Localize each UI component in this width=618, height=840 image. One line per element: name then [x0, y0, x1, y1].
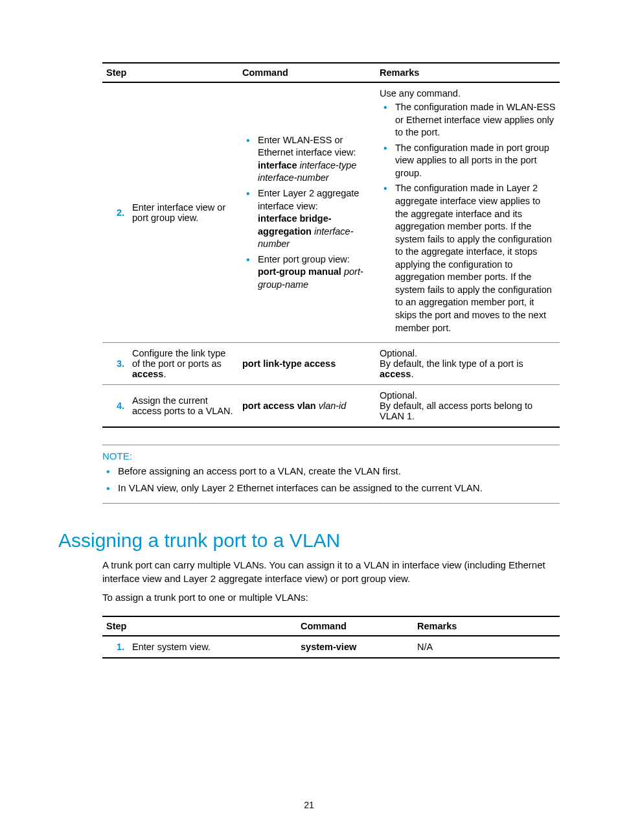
col-header-remarks: Remarks [413, 616, 560, 636]
table-row: 4. Assign the current access ports to a … [102, 385, 560, 428]
step-command: port access vlan vlan-id [238, 385, 376, 428]
note-item: Before assigning an access port to a VLA… [102, 464, 560, 478]
step-command: Enter WLAN-ESS or Ethernet interface vie… [238, 82, 376, 343]
step-number: 3. [102, 343, 128, 385]
step-desc: Configure the link type of the port or p… [128, 343, 238, 385]
col-header-step: Step [102, 63, 238, 82]
col-header-command: Command [238, 63, 376, 82]
step-remarks: N/A [413, 636, 560, 658]
step-number: 2. [102, 82, 128, 343]
command-item: Enter WLAN-ESS or Ethernet interface vie… [242, 134, 372, 185]
procedure-table-2: Step Command Remarks 1. Enter system vie… [102, 616, 560, 659]
step-number: 4. [102, 385, 128, 428]
note-item: In VLAN view, only Layer 2 Ethernet inte… [102, 481, 560, 495]
body-paragraph: A trunk port can carry multiple VLANs. Y… [102, 558, 560, 585]
col-header-command: Command [297, 616, 413, 636]
command-item: Enter Layer 2 aggregate interface view: … [242, 187, 372, 251]
remark-item: The configuration made in Layer 2 aggreg… [380, 182, 556, 334]
section-heading: Assigning a trunk port to a VLAN [58, 530, 560, 552]
table-row: 2. Enter interface view or port group vi… [102, 82, 560, 343]
remark-item: The configuration made in WLAN-ESS or Et… [380, 101, 556, 139]
table-row: 1. Enter system view. system-view N/A [102, 636, 560, 658]
step-desc: Assign the current access ports to a VLA… [128, 385, 238, 428]
remark-item: The configuration made in port group vie… [380, 142, 556, 180]
step-remarks: Optional. By default, the link type of a… [376, 343, 560, 385]
step-command: system-view [297, 636, 413, 658]
note-label: NOTE: [102, 450, 560, 461]
step-number: 1. [102, 636, 128, 658]
col-header-step: Step [102, 616, 297, 636]
step-command: port link-type access [238, 343, 376, 385]
procedure-table-1: Step Command Remarks 2. Enter interface … [102, 62, 560, 428]
col-header-remarks: Remarks [376, 63, 560, 82]
step-desc: Enter interface view or port group view. [128, 82, 238, 343]
command-item: Enter port group view: port-group manual… [242, 253, 372, 292]
note-box: NOTE: Before assigning an access port to… [102, 445, 560, 504]
body-paragraph: To assign a trunk port to one or multipl… [102, 590, 560, 604]
page-number: 21 [0, 800, 618, 810]
step-desc: Enter system view. [128, 636, 297, 658]
table-row: 3. Configure the link type of the port o… [102, 343, 560, 385]
step-remarks: Optional. By default, all access ports b… [376, 385, 560, 428]
step-remarks: Use any command. The configuration made … [376, 82, 560, 343]
